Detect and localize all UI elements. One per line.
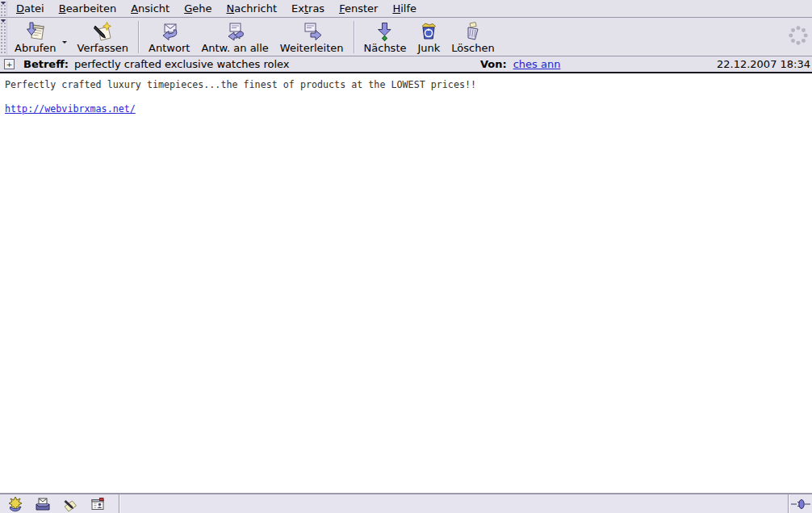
menu-bar: Datei Bearbeiten Ansicht Gehe Nachricht … bbox=[0, 0, 812, 18]
navigator-icon[interactable] bbox=[7, 496, 23, 512]
toolbar-grippy[interactable] bbox=[0, 19, 7, 55]
online-plug-icon[interactable] bbox=[791, 498, 810, 510]
reply-label: Antwort bbox=[149, 42, 190, 55]
junk-icon bbox=[418, 19, 439, 42]
next-label: Nächste bbox=[364, 42, 407, 55]
activity-throbber-icon[interactable] bbox=[788, 25, 809, 46]
menubar-grippy[interactable] bbox=[0, 1, 7, 16]
subject-value: perfectly crafted exclusive watches role… bbox=[74, 58, 480, 70]
compose-icon bbox=[92, 19, 113, 42]
reply-all-button[interactable]: Antw. an alle bbox=[195, 18, 274, 56]
menu-ansicht[interactable]: Ansicht bbox=[123, 1, 177, 16]
compose-label: Verfassen bbox=[77, 42, 129, 55]
junk-button[interactable]: Junk bbox=[412, 18, 446, 56]
next-button[interactable]: Nächste bbox=[358, 18, 412, 56]
delete-label: Löschen bbox=[451, 42, 494, 55]
subject-label: Betreff: bbox=[23, 58, 69, 70]
compose-button[interactable]: Verfassen bbox=[72, 18, 135, 56]
next-icon bbox=[375, 19, 396, 42]
delete-button[interactable]: Löschen bbox=[446, 18, 500, 56]
header-expander-button[interactable]: + bbox=[4, 59, 15, 69]
menu-gehe[interactable]: Gehe bbox=[177, 1, 219, 16]
message-date: 22.12.2007 18:34 bbox=[717, 58, 810, 70]
get-mail-dropdown-arrow[interactable] bbox=[62, 41, 67, 46]
message-body-pane: Perfectly crafted luxury timepieces...th… bbox=[0, 73, 812, 493]
mail-message-window: Datei Bearbeiten Ansicht Gehe Nachricht … bbox=[0, 0, 812, 513]
get-mail-button[interactable]: Abrufen bbox=[9, 18, 62, 56]
menu-datei[interactable]: Datei bbox=[9, 1, 52, 16]
forward-icon bbox=[301, 19, 322, 42]
mail-toolbar: Abrufen Verfassen Antwort bbox=[0, 18, 812, 56]
message-body-link[interactable]: http://webvibrxmas.net/ bbox=[5, 103, 136, 115]
get-mail-label: Abrufen bbox=[15, 42, 57, 55]
from-label: Von: bbox=[480, 58, 507, 70]
composer-icon[interactable] bbox=[62, 496, 78, 512]
message-header-bar: + Betreff: perfectly crafted exclusive w… bbox=[0, 56, 812, 73]
component-bar bbox=[0, 494, 119, 513]
menu-hilfe[interactable]: Hilfe bbox=[385, 1, 424, 16]
menu-label: Ex bbox=[291, 2, 304, 15]
status-bar bbox=[0, 493, 812, 513]
from-sender-link[interactable]: ches ann bbox=[513, 58, 561, 70]
menu-fenster[interactable]: Fenster bbox=[332, 1, 385, 16]
message-body-text: Perfectly crafted luxury timepieces...th… bbox=[5, 79, 807, 91]
reply-button[interactable]: Antwort bbox=[143, 18, 195, 56]
forward-label: Weiterleiten bbox=[280, 42, 344, 55]
toolbar-separator bbox=[354, 21, 354, 53]
reply-all-icon bbox=[224, 19, 245, 42]
menu-nachricht[interactable]: Nachricht bbox=[219, 1, 284, 16]
online-status-area bbox=[789, 494, 812, 513]
delete-icon bbox=[463, 19, 483, 42]
forward-button[interactable]: Weiterleiten bbox=[274, 18, 349, 56]
toolbar-separator bbox=[138, 21, 139, 53]
mail-icon[interactable] bbox=[35, 496, 51, 512]
get-mail-icon bbox=[25, 19, 46, 42]
address-book-icon[interactable] bbox=[90, 496, 106, 512]
menu-extras[interactable]: Extras bbox=[284, 1, 332, 16]
reply-all-label: Antw. an alle bbox=[201, 42, 268, 55]
junk-label: Junk bbox=[418, 42, 441, 55]
menu-bearbeiten[interactable]: Bearbeiten bbox=[52, 1, 123, 16]
reply-icon bbox=[159, 19, 180, 42]
status-text-area bbox=[119, 494, 789, 513]
